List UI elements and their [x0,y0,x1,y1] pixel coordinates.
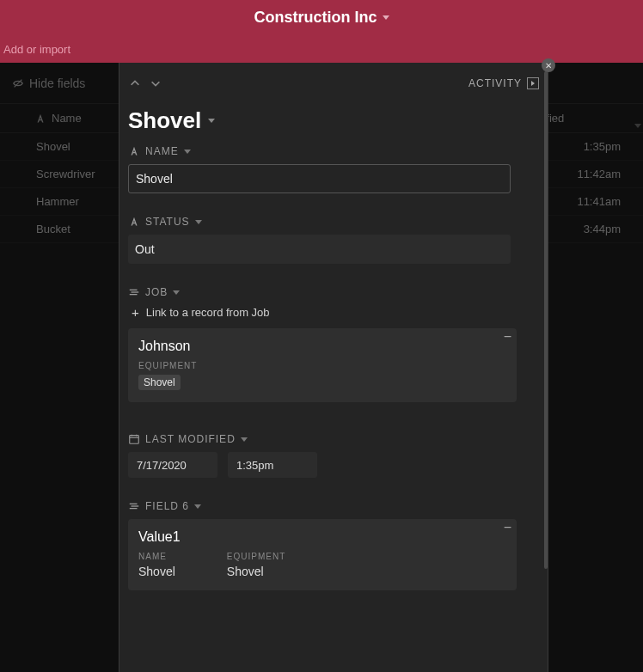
link-record-button[interactable]: + Link to a record from Job [128,305,537,320]
activity-label: ACTIVITY [468,77,522,89]
field-status-label-row[interactable]: STATUS [128,216,537,228]
scrollbar[interactable] [544,71,548,569]
last-modified-date-text: 7/17/2020 [137,459,187,472]
field-job-label-row[interactable]: JOB [128,286,537,298]
card-col-name-value: Shovel [138,565,175,578]
field-job-label: JOB [145,286,168,298]
record-detail-panel: ACTIVITY Shovel NAME STATUS [119,63,548,672]
add-or-import-link[interactable]: Add or import [0,43,70,56]
base-name: Construction Inc [254,9,377,27]
activity-toggle[interactable]: ACTIVITY [468,77,539,89]
chevron-down-icon [241,437,248,442]
link-record-label: Link to a record from Job [146,306,270,319]
field-last-modified-label: LAST MODIFIED [145,433,236,445]
record-title-text: Shovel [128,107,201,134]
remove-link-button[interactable]: − [504,332,511,342]
card-col-equipment-value: Shovel [227,565,285,578]
linked-record-card[interactable]: − Johnson EQUIPMENT Shovel [128,328,517,402]
expand-icon [527,77,539,89]
app-header: Construction Inc [0,0,643,35]
record-nav [128,76,162,90]
field-name-label: NAME [145,145,179,157]
record-title[interactable]: Shovel [119,104,548,151]
field-status-label: STATUS [145,216,190,228]
next-record-button[interactable] [149,76,162,90]
calendar-icon [128,433,140,445]
field-6-label: FIELD 6 [145,500,189,512]
panel-topbar: ACTIVITY [119,63,548,104]
chevron-down-icon [173,290,180,295]
card-col-name: NAME Shovel [138,552,175,578]
chevron-down-icon [208,119,215,123]
plus-icon: + [132,305,139,320]
last-modified-time[interactable]: 1:35pm [228,452,317,478]
field-last-modified-label-row[interactable]: LAST MODIFIED [128,433,537,445]
panel-scroll[interactable]: NAME STATUS Out JOB [119,145,546,672]
last-modified-value: 7/17/2020 1:35pm [128,452,537,478]
equipment-chip: Shovel [138,375,181,390]
close-icon: ✕ [545,61,552,70]
linked-record-title: Johnson [138,339,506,354]
text-field-icon [128,216,140,228]
last-modified-date[interactable]: 7/17/2020 [128,452,217,478]
link-field-icon [128,500,140,512]
last-modified-time-text: 1:35pm [236,459,273,472]
link-field-icon [128,286,140,298]
close-button[interactable]: ✕ [542,58,555,72]
chevron-down-icon [195,220,202,224]
field-name: NAME [128,145,537,193]
field-name-label-row[interactable]: NAME [128,145,537,157]
field-job: JOB + Link to a record from Job − Johnso… [128,286,537,402]
svg-rect-4 [130,436,139,444]
status-value-text: Out [135,242,155,256]
field-status: STATUS Out [128,216,537,264]
status-value[interactable]: Out [128,235,511,264]
remove-link-button[interactable]: − [504,522,511,533]
base-switcher[interactable]: Construction Inc [254,9,389,27]
card-col-equipment-label: EQUIPMENT [227,552,285,561]
chevron-down-icon [184,150,191,154]
field-last-modified: LAST MODIFIED 7/17/2020 1:35pm [128,433,537,478]
name-input[interactable] [128,164,511,193]
text-field-icon [128,145,140,157]
field-6-label-row[interactable]: FIELD 6 [128,500,537,512]
prev-record-button[interactable] [128,76,142,90]
card-col-name-label: NAME [138,552,175,561]
chevron-down-icon [383,15,389,20]
linked-record-title: Value1 [138,529,506,545]
field-6: FIELD 6 − Value1 NAME Shovel EQUIPMENT S… [128,500,537,590]
chevron-down-icon [194,504,201,509]
card-col-equipment: EQUIPMENT Shovel [227,552,285,578]
linked-sub-label: EQUIPMENT [138,361,506,370]
linked-record-card[interactable]: − Value1 NAME Shovel EQUIPMENT Shovel [128,519,517,590]
